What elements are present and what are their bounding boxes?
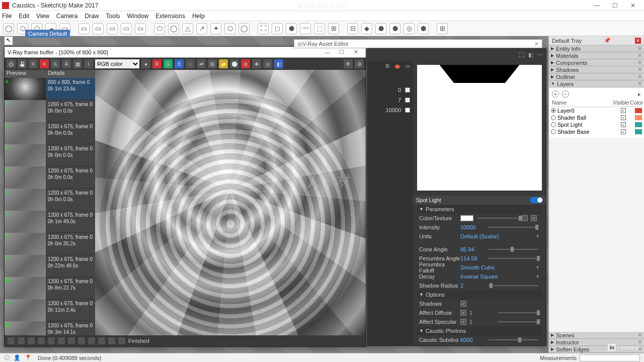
vfb-render-view[interactable] [95, 70, 366, 335]
cone-slider[interactable] [489, 249, 538, 250]
vfb-max[interactable]: ☐ [335, 49, 349, 55]
history-item[interactable]: 111200 x 675, frame 00h 11m 2.4s [5, 299, 95, 321]
add-layer-icon[interactable]: + [552, 90, 559, 98]
penumbra-slider[interactable] [489, 258, 538, 259]
panel-materials[interactable]: ▶Materials✕ [549, 52, 644, 59]
sb-icon[interactable] [28, 337, 35, 344]
menu-draw[interactable]: Draw [85, 13, 99, 20]
history-item[interactable]: 61200 x 675, frame 00h 0m 0.0s [5, 189, 95, 211]
g-channel[interactable]: G [164, 59, 173, 68]
panel-outliner[interactable]: ▶Outliner✕ [549, 73, 644, 80]
toolbar-btn-19[interactable]: ⬢ [286, 23, 297, 34]
help-icon[interactable]: ⓘ [4, 354, 10, 361]
toolbar-btn-27[interactable]: ◎ [404, 23, 415, 34]
specular-slider[interactable] [498, 321, 538, 322]
panel-layers[interactable]: ▼Layers✕ [549, 80, 644, 87]
toolbar-btn-24[interactable]: ◆ [361, 23, 372, 34]
sb-icon[interactable] [38, 337, 45, 344]
layer-visible-checkbox[interactable]: ✓ [621, 129, 626, 134]
toolbar-btn-21[interactable]: ⬚ [314, 23, 325, 34]
units-dropdown[interactable]: Default (Scalar) [460, 233, 535, 239]
user-icon[interactable]: 👤 [14, 354, 21, 361]
r-channel[interactable]: R [152, 59, 162, 68]
layer-color-swatch[interactable] [635, 122, 642, 127]
menu-help[interactable]: Help [192, 13, 205, 20]
intensity-slider[interactable] [489, 227, 538, 228]
history-item[interactable]: 121200 x 675, frame 00h 3m 14.1s [5, 321, 95, 335]
history-item[interactable]: 71200 x 675, frame 00h 1m 49.0s [5, 211, 95, 233]
layer-visible-checkbox[interactable]: ✓ [621, 108, 626, 113]
shadow-radius-slider[interactable] [489, 285, 538, 286]
asset-tab-close-icon[interactable]: ✕ [534, 41, 539, 47]
asset-expand-icon[interactable]: ⛶ [519, 52, 524, 58]
menu-file[interactable]: File [2, 13, 12, 20]
sb-icon[interactable] [108, 337, 115, 344]
caustic-section[interactable]: ▼Caustic Photons [417, 326, 542, 335]
toolbar-btn-20[interactable]: 〰 [300, 23, 311, 34]
layer-radio[interactable] [551, 108, 556, 113]
gear-icon[interactable]: ⚙ [385, 63, 390, 74]
toolbar-btn-18[interactable]: ◻ [272, 23, 283, 34]
layer-visible-checkbox[interactable]: ✓ [621, 122, 626, 127]
history-item[interactable]: 81200 x 675, frame 00h 0m 35.2s [5, 233, 95, 255]
panel-components[interactable]: ▶Components✕ [549, 59, 644, 66]
sb-icon[interactable] [58, 337, 65, 344]
penumbra-falloff-dropdown[interactable]: Smooth Cubic [460, 264, 535, 270]
asset-dock-icon[interactable]: ◧ [528, 52, 533, 58]
layer-radio[interactable] [551, 115, 556, 120]
window-min[interactable]: — [588, 0, 606, 11]
toolbar-btn-7[interactable]: ▭ [107, 23, 118, 34]
tray-title[interactable]: Default Tray 📌 ✕ [549, 36, 644, 45]
save-icon[interactable]: 💾 [18, 59, 27, 68]
val-affect-specular[interactable]: 1 [469, 319, 496, 325]
side-swatch[interactable] [405, 108, 410, 113]
tex-chk2[interactable]: ✓ [531, 215, 537, 221]
val-affect-diffuse[interactable]: 1 [469, 310, 496, 316]
toolbar-btn-29[interactable]: ⊞ [437, 23, 448, 34]
toolbar-btn-11[interactable]: ◯ [168, 23, 179, 34]
toolbar-btn-15[interactable]: ⬡ [224, 23, 235, 34]
menu-window[interactable]: Window [127, 13, 149, 20]
sb-icon[interactable] [78, 337, 85, 344]
panel-scenes[interactable]: ▶Scenes✕ [549, 332, 644, 339]
toolbar-btn-22[interactable]: ⊞ [328, 23, 339, 34]
history-item[interactable]: 31200 x 675, frame 00h 0m 0.0s [5, 122, 95, 144]
asset-editor-tab[interactable]: ◎ V-Ray Asset Editor ✕ [294, 39, 542, 48]
history-item[interactable]: 41200 x 675, frame 00h 0m 0.0s [5, 144, 95, 166]
layer-row[interactable]: Spot Light✓ [551, 121, 642, 128]
vfb-min[interactable]: — [320, 49, 335, 55]
val-shadow-radius[interactable]: 2 [460, 283, 487, 289]
sb-icon[interactable] [8, 337, 15, 344]
menu-tools[interactable]: Tools [106, 13, 120, 20]
region-icon[interactable]: ✥ [252, 59, 261, 68]
a-icon[interactable]: A [62, 59, 71, 68]
grid-icon[interactable]: ▦ [73, 59, 82, 68]
val-penumbra-angle[interactable]: 114.59 [460, 255, 487, 261]
val-intensity[interactable]: 10000 [460, 224, 487, 230]
toolbar-btn-9[interactable]: ▭ [135, 23, 146, 34]
toolbar-btn-28[interactable]: ⬢ [418, 23, 429, 34]
vfb-history-list[interactable]: 1800 x 800, frame 00h 1m 23.6s21200 x 67… [5, 78, 95, 335]
mono-icon[interactable]: ○ [186, 59, 195, 68]
layer-color-swatch[interactable] [635, 129, 642, 134]
light-enable-toggle[interactable] [530, 197, 543, 203]
toolbar-btn-23[interactable]: ⊟ [347, 23, 358, 34]
vfb-titlebar[interactable]: V-Ray frame buffer - [100% of 800 x 800]… [5, 47, 366, 58]
toolbar-btn-16[interactable]: ◯ [238, 23, 250, 34]
channel-select[interactable]: RGB color [95, 59, 139, 68]
tray-close-icon[interactable]: ✕ [635, 38, 641, 44]
history-item[interactable]: 101200 x 675, frame 00h 8m 22.7s [5, 277, 95, 299]
toolbar-btn-0[interactable]: ◯ [3, 23, 14, 34]
history-icon[interactable]: 🕑 [230, 59, 239, 68]
asset-settings-icon[interactable]: 〰 [537, 52, 543, 58]
parameters-section[interactable]: ▼Parameters [417, 205, 542, 214]
rgb-icon[interactable]: ● [141, 59, 150, 68]
select-tool-icon[interactable]: ↖ [4, 36, 13, 45]
layer-color-swatch[interactable] [635, 108, 642, 113]
toolbar-btn-8[interactable]: ▭ [121, 23, 132, 34]
clear-icon[interactable]: ✕ [40, 59, 49, 68]
link-icon[interactable]: ⛓ [208, 59, 217, 68]
tray-pin-icon[interactable]: 📌 [604, 37, 611, 44]
menu-extensions[interactable]: Extensions [155, 13, 185, 20]
sb-icon[interactable] [48, 337, 55, 344]
